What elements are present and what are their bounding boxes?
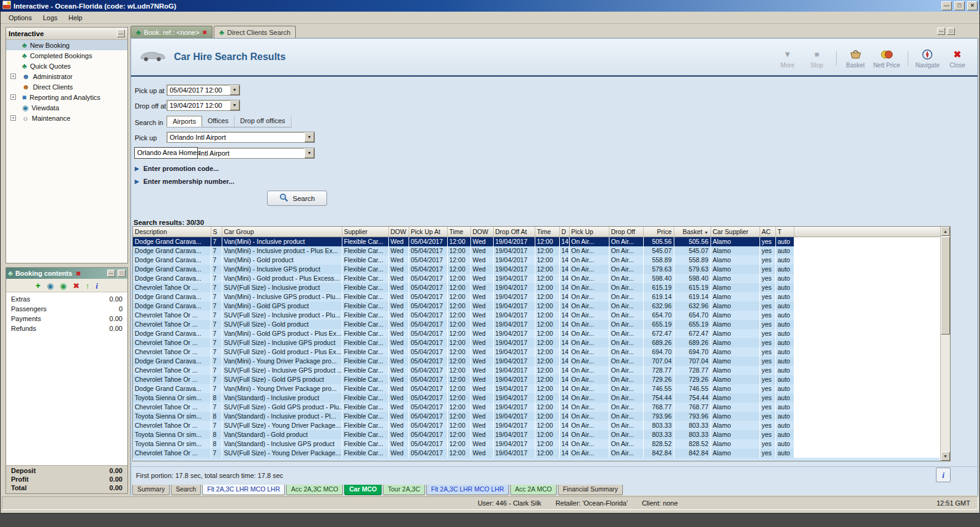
bottom-tab-financial-summary[interactable]: Financial Summary (558, 485, 623, 495)
search-in-tab-airports[interactable]: Airports (167, 116, 202, 127)
bottom-tab-acc-2a-3c-mco[interactable]: Acc 2A,3C MCO (286, 485, 343, 495)
close-button[interactable]: ✖Close (943, 48, 971, 69)
maximize-panel-button[interactable]: □ (118, 270, 126, 277)
table-row[interactable]: Toyota Sienna Or sim...8Van(Standard) - … (133, 430, 941, 439)
search-in-tab-offices[interactable]: Offices (202, 116, 235, 127)
table-row[interactable]: Dodge Grand Carava...7Van(Mini) - Gold p… (133, 256, 941, 265)
scroll-up-button[interactable]: ▲ (941, 227, 950, 236)
column-header-description[interactable]: Description (133, 227, 211, 237)
bottom-tab-acc-2a-mco[interactable]: Acc 2A MCO (510, 485, 557, 495)
minimize-panel-button[interactable]: — (107, 270, 115, 277)
table-row[interactable]: Chevrolet Tahoe Or ...7SUV(Full Size) - … (133, 283, 941, 292)
column-header-time[interactable]: Time (535, 227, 559, 237)
bottom-tab-tour-2a-3c[interactable]: Tour 2A,3C (383, 485, 425, 495)
search-button[interactable]: Search (267, 191, 327, 206)
navigate-button[interactable]: Navigate (913, 48, 942, 69)
table-row[interactable]: Dodge Grand Carava...7Van(Mini) - Inclus… (133, 292, 941, 301)
table-row[interactable]: Chevrolet Tahoe Or ...7SUV(Full Size) - … (133, 338, 941, 347)
sidebar-item-new-booking[interactable]: ♣New Booking (6, 40, 127, 50)
chevron-down-icon[interactable]: ▼ (304, 148, 314, 158)
table-row[interactable]: Chevrolet Tahoe Or ...7SUV(Full Size) - … (133, 403, 941, 412)
pickup-at-combo[interactable]: 05/04/2017 12:00 ▼ (167, 85, 240, 96)
sidebar-item-quick-quotes[interactable]: ♣Quick Quotes (6, 61, 127, 71)
column-header-time[interactable]: Time (447, 227, 470, 237)
column-header-supplier[interactable]: Supplier (342, 227, 388, 237)
chevron-down-icon[interactable]: ▼ (304, 132, 314, 142)
table-row[interactable]: Toyota Sienna Or sim...8Van(Standard) - … (133, 412, 941, 421)
bottom-tab-search[interactable]: Search (171, 485, 201, 495)
sidebar-item-maintenance[interactable]: +☼Maintenance (6, 113, 127, 123)
column-header-dow[interactable]: DOW (470, 227, 493, 237)
column-header-d[interactable]: D (559, 227, 569, 237)
close-tab-icon[interactable]: ✖ (202, 29, 207, 36)
expand-icon[interactable]: + (10, 115, 16, 121)
table-row[interactable]: Toyota Sienna Or sim...8Van(Standard) - … (133, 439, 941, 449)
expand-icon[interactable]: + (10, 94, 16, 100)
table-row[interactable]: Chevrolet Tahoe Or ...7SUV(Full Size) - … (133, 311, 941, 320)
table-row[interactable]: Dodge Grand Carava...7Van(Mini) - Young … (133, 357, 941, 366)
column-header-car-group[interactable]: Car Group (222, 227, 342, 237)
column-header-t[interactable]: T (775, 227, 794, 237)
column-header-drop-off-at[interactable]: Drop Off At (493, 227, 535, 237)
close-icon[interactable]: ✖ (76, 270, 105, 277)
table-row[interactable]: Chevrolet Tahoe Or ...7SUV(Full Size) - … (133, 320, 941, 329)
table-row[interactable]: Dodge Grand Carava...7Van(Mini) - Gold G… (133, 329, 941, 338)
table-row[interactable]: Dodge Grand Carava...7Van(Mini) - Inclus… (133, 265, 941, 274)
tab-direct-clients-search[interactable]: ♣Direct Clients Search (214, 26, 296, 38)
membership-number-link[interactable]: ▶ Enter membership number... (135, 178, 234, 185)
table-row[interactable]: Chevrolet Tahoe Or ...7SUV(Full Size) - … (133, 366, 941, 375)
table-row[interactable]: Chevrolet Tahoe Or ...7SUV(Full Size) - … (133, 421, 941, 430)
minimize-button[interactable]: — (941, 1, 952, 10)
table-row[interactable]: Chevrolet Tahoe Or ...7SUV(Full Size) - … (133, 449, 941, 458)
bottom-tab-summary[interactable]: Summary (132, 485, 170, 495)
mdi-restore-button[interactable]: □ (947, 28, 955, 35)
booking-contents-row[interactable]: Refunds0.00 (6, 325, 127, 335)
table-row[interactable]: Toyota Sienna Or sim...8Van(Standard) - … (133, 393, 941, 403)
booking-contents-row[interactable]: Passengers0 (6, 305, 127, 315)
search-in-tab-drop-off-offices[interactable]: Drop off offices (235, 116, 292, 127)
pickup-location-combo[interactable]: Orlando Intl Airport ▼ (167, 132, 315, 143)
sidebar-item-reporting-and-analytics[interactable]: +■Reporting and Analytics (6, 92, 127, 102)
column-header-drop-off[interactable]: Drop Off (609, 227, 643, 237)
bottom-tab-flt-2a-3c-lhr-mco-lhr[interactable]: Flt 2A,3C LHR MCO LHR (202, 485, 285, 495)
column-header-pick-up-at[interactable]: Pick Up At (409, 227, 447, 237)
booking-contents-row[interactable]: Payments0.00 (6, 315, 127, 325)
menu-help[interactable]: Help (63, 13, 88, 23)
close-window-button[interactable]: ✕ (967, 1, 978, 10)
vertical-scrollbar[interactable]: ▲ ▼ (940, 227, 950, 461)
sidebar-item-viewdata[interactable]: ◉Viewdata (6, 102, 127, 113)
chevron-down-icon[interactable]: ▼ (230, 85, 239, 95)
menu-options[interactable]: Options (3, 13, 37, 23)
column-header-ac[interactable]: AC (760, 227, 775, 237)
delete-icon[interactable]: ✖ (73, 280, 80, 291)
add-icon[interactable]: + (36, 280, 40, 291)
table-row[interactable]: Chevrolet Tahoe Or ...7SUV(Full Size) - … (133, 347, 941, 357)
scroll-down-button[interactable]: ▼ (941, 452, 950, 461)
chevron-down-icon[interactable]: ▼ (230, 100, 239, 110)
menu-logs[interactable]: Logs (37, 13, 63, 23)
table-row[interactable]: Dodge Grand Carava...7Van(Mini) - Inclus… (133, 237, 941, 246)
table-row[interactable]: Dodge Grand Carava...7Van(Mini) - Gold p… (133, 274, 941, 283)
import-icon[interactable]: ◉ (60, 280, 67, 291)
scrollbar-thumb[interactable] (941, 237, 950, 335)
booking-contents-row[interactable]: Extras0.00 (6, 295, 127, 305)
bottom-tab-flt-2a-3c-lhr-mco-lhr[interactable]: Flt 2A,3C LHR MCO LHR (426, 485, 509, 495)
info-button[interactable]: i (936, 468, 951, 482)
table-row[interactable]: Dodge Grand Carava...7Van(Mini) - Inclus… (133, 246, 941, 256)
sidebar-item-administrator[interactable]: +☻Administrator (6, 71, 127, 82)
column-header-dow[interactable]: DOW (388, 227, 409, 237)
table-row[interactable]: Dodge Grand Carava...7Van(Mini) - Young … (133, 384, 941, 393)
column-header-car-supplier[interactable]: Car Supplier (710, 227, 760, 237)
column-header-s[interactable]: S (211, 227, 222, 237)
promote-icon[interactable]: ↑ (86, 280, 90, 291)
nett-price-button[interactable]: Nett Price (871, 48, 903, 69)
maximize-button[interactable]: □ (954, 1, 965, 10)
bottom-tab-car-mco[interactable]: Car MCO (344, 485, 382, 495)
location-suggestion-popup[interactable]: Orlando Area Homes (134, 147, 198, 159)
expand-icon[interactable]: + (10, 74, 16, 79)
column-header-pick-up[interactable]: Pick Up (569, 227, 609, 237)
info-icon[interactable]: i (96, 280, 98, 291)
basket-button[interactable]: Basket (842, 48, 870, 69)
promotion-code-link[interactable]: ▶ Enter promotion code... (135, 165, 219, 172)
column-header-price[interactable]: Price (643, 227, 674, 237)
